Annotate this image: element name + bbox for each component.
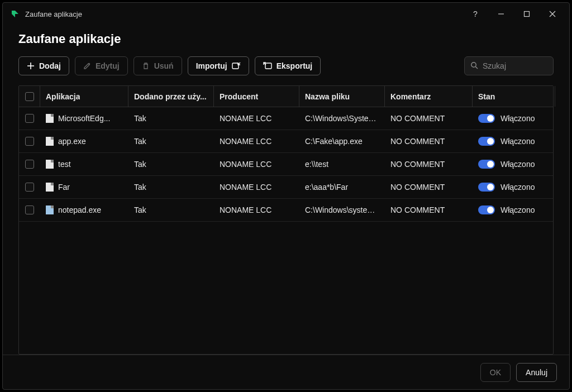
app-name: MicrosoftEdg... xyxy=(58,114,110,123)
svg-line-9 xyxy=(475,66,478,69)
cell-state: Włączono xyxy=(473,176,553,198)
ok-button[interactable]: OK xyxy=(480,363,511,382)
file-icon xyxy=(46,183,54,192)
table-body: MicrosoftEdg...TakNONAME LCCC:\Windows\S… xyxy=(19,107,553,354)
export-button-label: Eksportuj xyxy=(277,61,313,70)
checkbox-icon xyxy=(25,92,34,101)
state-label: Włączono xyxy=(500,183,535,192)
checkbox-icon xyxy=(25,137,34,146)
cell-app: test xyxy=(40,153,128,175)
table-row[interactable]: app.exeTakNONAME LCCC:\Fake\app.exeNO CO… xyxy=(19,130,553,153)
export-button[interactable]: Eksportuj xyxy=(255,56,321,75)
header-end xyxy=(555,86,566,107)
import-button[interactable]: Importuj xyxy=(188,56,249,75)
edit-button[interactable]: Edytuj xyxy=(75,56,128,75)
app-name: app.exe xyxy=(58,137,86,146)
content-area: Zaufane aplikacje Dodaj Edytuj Usuń xyxy=(3,25,569,355)
search-box[interactable] xyxy=(464,56,554,75)
checkbox-icon xyxy=(25,114,34,123)
checkbox-icon xyxy=(25,160,34,169)
table-row[interactable]: MicrosoftEdg...TakNONAME LCCC:\Windows\S… xyxy=(19,107,553,130)
cell-file: e:\\test xyxy=(299,153,385,175)
search-input[interactable] xyxy=(483,61,572,70)
cell-app: Far xyxy=(40,176,128,198)
state-label: Włączono xyxy=(500,205,535,214)
header-file[interactable]: Nazwa pliku xyxy=(299,86,385,107)
trash-icon xyxy=(142,62,150,70)
cell-vendor: NONAME LCC xyxy=(214,153,299,175)
delete-button[interactable]: Usuń xyxy=(134,56,182,75)
table-row[interactable]: FarTakNONAME LCCe:\aaa*b\FarNO COMMENTWł… xyxy=(19,176,553,199)
checkbox-icon xyxy=(25,205,34,214)
cancel-button-label: Anuluj xyxy=(526,368,547,377)
cell-app: notepad.exe xyxy=(40,199,128,221)
row-checkbox-cell[interactable] xyxy=(19,176,40,198)
svg-rect-7 xyxy=(265,63,271,69)
dialog-window: Zaufane aplikacje ? Zaufane aplikacje xyxy=(2,2,570,390)
header-comment[interactable]: Komentarz xyxy=(385,86,473,107)
cell-state: Włączono xyxy=(473,199,553,221)
help-icon: ? xyxy=(473,9,478,18)
header-added[interactable]: Dodano przez uży... xyxy=(128,86,214,107)
app-name: Far xyxy=(58,183,70,192)
cell-added: Tak xyxy=(128,130,214,152)
cell-comment: NO COMMENT xyxy=(385,153,473,175)
state-toggle[interactable] xyxy=(478,137,495,146)
add-button[interactable]: Dodaj xyxy=(18,56,69,75)
header-app[interactable]: Aplikacja xyxy=(40,86,128,107)
app-logo-icon xyxy=(11,9,20,18)
help-button[interactable]: ? xyxy=(463,5,488,23)
cell-comment: NO COMMENT xyxy=(385,130,473,152)
cell-file: C:\Fake\app.exe xyxy=(299,130,385,152)
app-name: test xyxy=(58,160,71,169)
titlebar-controls: ? xyxy=(463,5,565,23)
svg-point-8 xyxy=(471,62,476,66)
minimize-button[interactable] xyxy=(489,5,513,23)
row-checkbox-cell[interactable] xyxy=(19,153,40,175)
state-label: Włączono xyxy=(500,137,535,146)
minimize-icon xyxy=(498,11,504,17)
header-checkbox-cell[interactable] xyxy=(19,86,40,107)
cell-vendor: NONAME LCC xyxy=(214,199,299,221)
cell-vendor: NONAME LCC xyxy=(214,130,299,152)
file-icon xyxy=(46,205,54,214)
cell-comment: NO COMMENT xyxy=(385,176,473,198)
toolbar: Dodaj Edytuj Usuń Importuj xyxy=(18,56,554,75)
header-vendor[interactable]: Producent xyxy=(214,86,299,107)
cell-file: C:\Windows\system... xyxy=(299,199,385,221)
pencil-icon xyxy=(83,62,91,70)
header-state[interactable]: Stan xyxy=(473,86,555,107)
cell-state: Włączono xyxy=(473,153,553,175)
cell-added: Tak xyxy=(128,199,214,221)
cell-vendor: NONAME LCC xyxy=(214,107,299,130)
table-row[interactable]: notepad.exeTakNONAME LCCC:\Windows\syste… xyxy=(19,199,553,222)
cell-app: app.exe xyxy=(40,130,128,152)
cancel-button[interactable]: Anuluj xyxy=(516,363,557,382)
window-title: Zaufane aplikacje xyxy=(25,10,457,18)
state-label: Włączono xyxy=(500,114,535,123)
edit-button-label: Edytuj xyxy=(96,61,120,70)
state-toggle[interactable] xyxy=(478,205,495,214)
state-toggle[interactable] xyxy=(478,183,495,192)
state-toggle[interactable] xyxy=(478,160,495,169)
delete-button-label: Usuń xyxy=(154,61,174,70)
svg-rect-1 xyxy=(525,12,530,17)
row-checkbox-cell[interactable] xyxy=(19,130,40,152)
row-checkbox-cell[interactable] xyxy=(19,199,40,221)
table-row[interactable]: testTakNONAME LCCe:\\testNO COMMENTWłącz… xyxy=(19,153,553,176)
export-icon xyxy=(263,62,272,70)
row-checkbox-cell[interactable] xyxy=(19,107,40,130)
cell-added: Tak xyxy=(128,176,214,198)
import-button-label: Importuj xyxy=(196,61,227,70)
state-label: Włączono xyxy=(500,160,535,169)
cell-file: C:\Windows\System... xyxy=(299,107,385,130)
plus-icon xyxy=(27,62,35,70)
maximize-button[interactable] xyxy=(514,5,539,23)
ok-button-label: OK xyxy=(490,368,501,377)
close-button[interactable] xyxy=(540,5,565,23)
dialog-footer: OK Anuluj xyxy=(3,355,569,389)
state-toggle[interactable] xyxy=(478,114,495,123)
checkbox-icon xyxy=(25,183,34,192)
cell-state: Włączono xyxy=(473,107,553,130)
app-name: notepad.exe xyxy=(58,205,101,214)
